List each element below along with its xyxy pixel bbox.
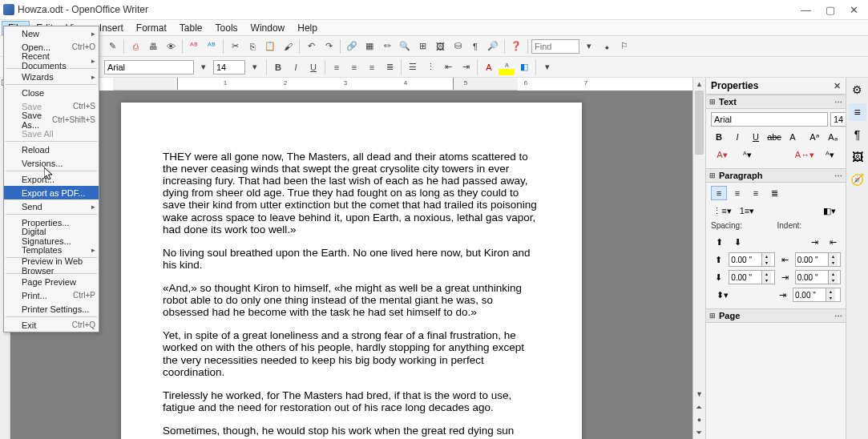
paragraph[interactable]: Tirelessly he worked, for The Masters ha…	[163, 389, 540, 413]
undo-icon[interactable]: ↶	[303, 38, 319, 54]
props-align-justify[interactable]: ≣	[766, 186, 782, 200]
paragraph[interactable]: Yet, in spite of a great loneliness and …	[163, 329, 540, 377]
props-italic-button[interactable]: I	[729, 130, 745, 144]
file-menu-item[interactable]: Recent Documents	[4, 54, 99, 67]
left-indent-icon[interactable]: ⇤	[777, 252, 793, 267]
sidebar-gallery-icon[interactable]: 🖼	[849, 148, 866, 166]
props-bold-button[interactable]: B	[711, 130, 727, 144]
maximize-button[interactable]: ▢	[826, 4, 835, 16]
line-spacing-button[interactable]: ⬍▾	[711, 288, 733, 302]
font-size-dropdown-icon[interactable]: ▾	[247, 59, 263, 75]
nav-ball-icon[interactable]: ●	[693, 413, 705, 426]
find-input[interactable]	[531, 39, 579, 54]
props-align-right[interactable]: ≡	[748, 186, 764, 200]
minimize-button[interactable]: —	[801, 4, 811, 16]
find-all-icon[interactable]: ⚐	[616, 38, 632, 54]
spellcheck-icon[interactable]: ᴬᴮ	[186, 38, 202, 54]
sidebar-properties-icon[interactable]: ≡	[849, 103, 866, 121]
more-icon[interactable]: ⋯	[834, 171, 842, 180]
bg-color-button[interactable]: ◧	[516, 59, 532, 75]
file-menu-item[interactable]: Print...Ctrl+P	[4, 288, 99, 302]
props-shadow-button[interactable]: A	[785, 130, 801, 144]
props-highlight-button[interactable]: ᴬ▾	[736, 147, 758, 162]
file-menu-item[interactable]: Templates	[4, 243, 99, 256]
print-icon[interactable]: 🖶	[145, 38, 161, 54]
horizontal-ruler[interactable]: 1 2 3 4 5 6 7	[113, 78, 518, 91]
align-left-button[interactable]: ≡	[329, 59, 345, 75]
show-draw-icon[interactable]: ✏	[379, 38, 395, 54]
props-fontcolor-button[interactable]: A▾	[711, 147, 733, 162]
file-menu-item[interactable]: Export...	[4, 172, 99, 186]
sidebar-settings-icon[interactable]: ⚙	[849, 81, 866, 99]
hyperlink-icon[interactable]: 🔗	[344, 38, 360, 54]
edit-file-icon[interactable]: ✎	[104, 38, 120, 54]
text-section-header[interactable]: Text⋯	[706, 95, 846, 109]
table-icon[interactable]: ▦	[361, 38, 377, 54]
sidebar-styles-icon[interactable]: ¶	[849, 126, 866, 143]
format-paintbrush-icon[interactable]: 🖌	[280, 38, 296, 54]
props-font-select[interactable]	[711, 112, 828, 127]
file-menu-item[interactable]: New	[4, 26, 99, 40]
menu-format[interactable]: Format	[130, 21, 173, 35]
props-spacing-button[interactable]: A↔▾	[793, 147, 816, 162]
paste-icon[interactable]: 📋	[262, 38, 278, 54]
sidebar-navigator-icon[interactable]: 🧭	[849, 171, 866, 188]
file-menu-item[interactable]: Preview in Web Browser	[4, 259, 99, 272]
paragraph[interactable]: No living soul breathed upon the Earth. …	[163, 247, 540, 271]
bullets-button[interactable]: ⋮	[422, 59, 438, 75]
file-menu-item[interactable]: Export as PDF...	[4, 186, 99, 199]
highlight-button[interactable]: ᴬ	[499, 59, 515, 75]
paragraph[interactable]: Sometimes, though, he would stop his wor…	[163, 425, 540, 439]
font-name-dropdown-icon[interactable]: ▾	[196, 59, 212, 75]
file-menu-item[interactable]: Send	[4, 199, 99, 213]
props-bullets-button[interactable]: ⋮≡▾	[711, 203, 733, 218]
export-pdf-icon[interactable]: ⎙	[127, 38, 143, 54]
document-page[interactable]: THEY were all gone now, The Masters, all…	[121, 103, 582, 439]
navigator-icon[interactable]: ⊞	[414, 38, 430, 54]
below-spacing-icon[interactable]: ⬇	[711, 270, 726, 284]
indent-right-field[interactable]: ▴▾	[795, 270, 841, 284]
align-justify-button[interactable]: ≣	[382, 59, 398, 75]
numbering-button[interactable]: ☰	[405, 59, 421, 75]
increase-indent-icon[interactable]: ⇥	[806, 235, 822, 249]
prev-page-icon[interactable]: ⏶	[693, 401, 705, 413]
more-icon[interactable]: ⋯	[834, 98, 842, 107]
more-formatting-icon[interactable]: ▾	[539, 59, 555, 75]
right-indent-icon[interactable]: ⇥	[777, 270, 793, 284]
props-bgcolor-button[interactable]: ◧▾	[818, 203, 841, 218]
paragraph-section-header[interactable]: Paragraph⋯	[706, 168, 846, 183]
props-align-left[interactable]: ≡	[711, 186, 727, 200]
props-sub-button[interactable]: Aₐ	[825, 130, 841, 144]
scroll-down-icon[interactable]: ▼	[693, 388, 705, 401]
file-menu-item[interactable]: Versions...	[4, 156, 99, 170]
data-sources-icon[interactable]: ⛁	[450, 38, 466, 54]
find-next-icon[interactable]: ▾	[581, 38, 597, 54]
cut-icon[interactable]: ✂	[227, 38, 243, 54]
file-menu-item[interactable]: Printer Settings...	[4, 302, 99, 316]
font-color-button[interactable]: A	[481, 59, 497, 75]
vertical-scrollbar[interactable]: ▲ ▼ ⏶ ● ⏷	[692, 78, 705, 439]
spacing-below-field[interactable]: ▴▾	[729, 270, 774, 284]
align-right-button[interactable]: ≡	[364, 59, 380, 75]
paragraph[interactable]: THEY were all gone now, The Masters, all…	[163, 151, 540, 236]
scroll-up-icon[interactable]: ▲	[693, 78, 705, 91]
font-size-select[interactable]	[213, 60, 245, 75]
props-strike-button[interactable]: abc	[766, 130, 782, 144]
props-numbering-button[interactable]: 1≡▾	[736, 203, 758, 218]
decrease-indent-button[interactable]: ⇤	[440, 59, 456, 75]
indent-left-field[interactable]: ▴▾	[795, 252, 841, 267]
props-super-button[interactable]: Aᵃ	[806, 130, 822, 144]
above-spacing-icon[interactable]: ⬆	[711, 252, 726, 267]
nonprinting-icon[interactable]: ¶	[467, 38, 483, 54]
menu-tools[interactable]: Tools	[209, 21, 244, 35]
close-button[interactable]: ✕	[850, 4, 858, 16]
find-prev-icon[interactable]: ⬥	[599, 38, 615, 54]
preview-icon[interactable]: 👁	[163, 38, 179, 54]
next-page-icon[interactable]: ⏷	[693, 426, 705, 439]
find-replace-icon[interactable]: 🔍	[397, 38, 413, 54]
properties-close-icon[interactable]: ✕	[834, 81, 841, 91]
italic-button[interactable]: I	[288, 59, 304, 75]
file-menu-item[interactable]: ExitCtrl+Q	[4, 318, 99, 332]
file-menu-item[interactable]: Close	[4, 86, 99, 99]
redo-icon[interactable]: ↷	[321, 38, 337, 54]
